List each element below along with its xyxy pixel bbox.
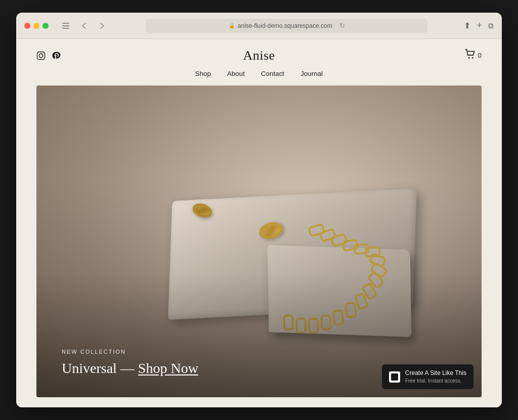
website: Anise 0 Shop About Cont [16, 39, 502, 407]
nav-shop[interactable]: Shop [195, 70, 211, 77]
svg-rect-2 [62, 28, 69, 29]
hero-section: NEW COLLECTION Universal — Shop Now Crea… [36, 86, 482, 397]
svg-point-4 [39, 54, 43, 58]
site-nav: Shop About Contact Journal [36, 66, 482, 86]
back-button[interactable] [77, 21, 91, 31]
lock-icon: 🔒 [229, 23, 235, 28]
site-title[interactable]: Anise [243, 48, 275, 63]
cart-area[interactable]: 0 [465, 49, 482, 62]
nav-contact[interactable]: Contact [261, 70, 284, 77]
hero-image: NEW COLLECTION Universal — Shop Now Crea… [36, 86, 482, 397]
site-header: Anise 0 Shop About Cont [16, 39, 502, 86]
svg-rect-0 [62, 23, 69, 24]
new-tab-icon[interactable]: + [477, 20, 482, 31]
cart-count: 0 [478, 52, 482, 59]
browser-window: 🔒 anise-fluid-demo.squarespace.com ↻ ⬆ +… [16, 13, 502, 407]
instagram-icon[interactable] [36, 51, 46, 60]
hero-content: NEW COLLECTION Universal — Shop Now [62, 349, 198, 377]
squarespace-logo-inner [391, 373, 398, 381]
svg-rect-1 [62, 25, 69, 26]
share-icon[interactable]: ⬆ [464, 21, 470, 30]
sidebar-toggle-button[interactable] [59, 21, 73, 31]
svg-point-5 [42, 53, 44, 54]
nav-about[interactable]: About [227, 70, 245, 77]
hero-heading-prefix: Universal — [62, 360, 138, 376]
badge-subtitle: Free trial. Instant access. [405, 377, 466, 384]
svg-rect-3 [37, 52, 45, 59]
svg-point-7 [472, 57, 473, 59]
nav-journal[interactable]: Journal [300, 70, 323, 77]
forward-button[interactable] [95, 21, 109, 31]
hero-heading: Universal — Shop Now [62, 360, 198, 377]
fullscreen-button[interactable] [42, 23, 49, 29]
pinterest-icon[interactable] [52, 51, 61, 60]
url-text: anise-fluid-demo.squarespace.com [238, 22, 332, 29]
address-bar[interactable]: 🔒 anise-fluid-demo.squarespace.com ↻ [146, 19, 427, 33]
header-top: Anise 0 [36, 39, 482, 66]
close-button[interactable] [24, 23, 30, 29]
cart-icon [465, 49, 476, 62]
hero-label: NEW COLLECTION [62, 349, 198, 355]
browser-controls [59, 21, 109, 31]
browser-chrome: 🔒 anise-fluid-demo.squarespace.com ↻ ⬆ +… [16, 13, 502, 39]
minimize-button[interactable] [33, 23, 39, 29]
badge-title: Create A Site Like This [405, 369, 466, 377]
squarespace-badge[interactable]: Create A Site Like This Free trial. Inst… [382, 364, 473, 389]
traffic-lights [24, 23, 49, 29]
browser-actions: ⬆ + ⧉ [464, 20, 494, 31]
shop-now-link[interactable]: Shop Now [138, 360, 198, 376]
refresh-icon[interactable]: ↻ [339, 22, 345, 29]
svg-point-6 [468, 57, 470, 59]
social-icons [36, 51, 61, 60]
tabs-icon[interactable]: ⧉ [488, 21, 494, 30]
badge-text: Create A Site Like This Free trial. Inst… [405, 369, 466, 384]
squarespace-logo [389, 371, 400, 383]
